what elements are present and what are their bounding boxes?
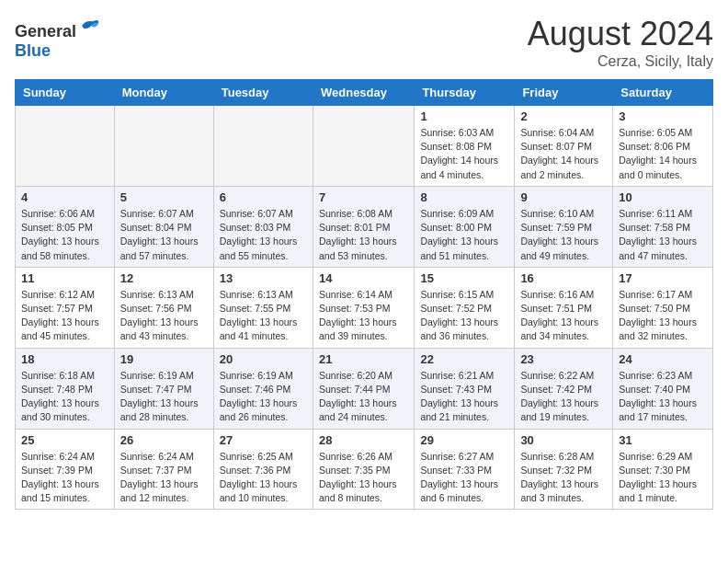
calendar-cell: 30Sunrise: 6:28 AMSunset: 7:32 PMDayligh… xyxy=(515,429,613,510)
cell-sun-info: Sunrise: 6:24 AMSunset: 7:39 PMDaylight:… xyxy=(21,450,108,506)
cell-sun-info: Sunrise: 6:28 AMSunset: 7:32 PMDaylight:… xyxy=(520,450,607,506)
calendar-cell: 4Sunrise: 6:06 AMSunset: 8:05 PMDaylight… xyxy=(16,186,115,267)
calendar-cell xyxy=(213,106,313,187)
day-number: 12 xyxy=(120,271,208,285)
weekday-header: Monday xyxy=(114,80,213,106)
day-number: 19 xyxy=(120,352,208,366)
weekday-header: Thursday xyxy=(415,80,515,106)
calendar-cell: 3Sunrise: 6:05 AMSunset: 8:06 PMDaylight… xyxy=(613,106,713,187)
cell-sun-info: Sunrise: 6:14 AMSunset: 7:53 PMDaylight:… xyxy=(319,288,408,344)
logo-bird-icon xyxy=(78,15,100,37)
day-number: 6 xyxy=(220,190,307,204)
calendar-cell: 24Sunrise: 6:23 AMSunset: 7:40 PMDayligh… xyxy=(613,348,713,429)
calendar-cell: 25Sunrise: 6:24 AMSunset: 7:39 PMDayligh… xyxy=(16,429,115,510)
calendar-week-row: 18Sunrise: 6:18 AMSunset: 7:48 PMDayligh… xyxy=(16,348,713,429)
cell-sun-info: Sunrise: 6:12 AMSunset: 7:57 PMDaylight:… xyxy=(21,288,108,344)
calendar-week-row: 11Sunrise: 6:12 AMSunset: 7:57 PMDayligh… xyxy=(16,267,713,348)
calendar-cell: 14Sunrise: 6:14 AMSunset: 7:53 PMDayligh… xyxy=(313,267,414,348)
day-number: 10 xyxy=(619,190,707,204)
calendar-table: SundayMondayTuesdayWednesdayThursdayFrid… xyxy=(15,79,713,510)
calendar-cell: 18Sunrise: 6:18 AMSunset: 7:48 PMDayligh… xyxy=(16,348,115,429)
calendar-cell: 17Sunrise: 6:17 AMSunset: 7:50 PMDayligh… xyxy=(613,267,713,348)
cell-sun-info: Sunrise: 6:27 AMSunset: 7:33 PMDaylight:… xyxy=(420,450,508,506)
calendar-cell: 20Sunrise: 6:19 AMSunset: 7:46 PMDayligh… xyxy=(213,348,313,429)
cell-sun-info: Sunrise: 6:15 AMSunset: 7:52 PMDaylight:… xyxy=(420,288,508,344)
cell-sun-info: Sunrise: 6:08 AMSunset: 8:01 PMDaylight:… xyxy=(319,207,408,263)
calendar-cell: 27Sunrise: 6:25 AMSunset: 7:36 PMDayligh… xyxy=(213,429,313,510)
day-number: 15 xyxy=(420,271,508,285)
logo-blue: Blue xyxy=(15,41,51,60)
cell-sun-info: Sunrise: 6:03 AMSunset: 8:08 PMDaylight:… xyxy=(420,126,508,182)
day-number: 25 xyxy=(21,433,108,447)
weekday-header: Wednesday xyxy=(313,80,414,106)
weekday-header: Friday xyxy=(515,80,613,106)
calendar-cell: 2Sunrise: 6:04 AMSunset: 8:07 PMDaylight… xyxy=(515,106,613,187)
calendar-header-row: SundayMondayTuesdayWednesdayThursdayFrid… xyxy=(16,80,713,106)
day-number: 3 xyxy=(619,109,707,123)
day-number: 1 xyxy=(420,109,508,123)
day-number: 9 xyxy=(520,190,607,204)
month-year-title: August 2024 xyxy=(528,15,713,53)
day-number: 4 xyxy=(21,190,108,204)
cell-sun-info: Sunrise: 6:07 AMSunset: 8:03 PMDaylight:… xyxy=(220,207,307,263)
logo: General Blue xyxy=(15,15,100,61)
logo-general: General xyxy=(15,22,76,40)
calendar-cell: 22Sunrise: 6:21 AMSunset: 7:43 PMDayligh… xyxy=(415,348,515,429)
cell-sun-info: Sunrise: 6:17 AMSunset: 7:50 PMDaylight:… xyxy=(619,288,707,344)
cell-sun-info: Sunrise: 6:13 AMSunset: 7:55 PMDaylight:… xyxy=(220,288,307,344)
day-number: 21 xyxy=(319,352,408,366)
cell-sun-info: Sunrise: 6:20 AMSunset: 7:44 PMDaylight:… xyxy=(319,369,408,425)
cell-sun-info: Sunrise: 6:24 AMSunset: 7:37 PMDaylight:… xyxy=(120,450,208,506)
calendar-cell: 23Sunrise: 6:22 AMSunset: 7:42 PMDayligh… xyxy=(515,348,613,429)
cell-sun-info: Sunrise: 6:04 AMSunset: 8:07 PMDaylight:… xyxy=(520,126,607,182)
cell-sun-info: Sunrise: 6:22 AMSunset: 7:42 PMDaylight:… xyxy=(520,369,607,425)
calendar-week-row: 4Sunrise: 6:06 AMSunset: 8:05 PMDaylight… xyxy=(16,186,713,267)
cell-sun-info: Sunrise: 6:11 AMSunset: 7:58 PMDaylight:… xyxy=(619,207,707,263)
weekday-header: Saturday xyxy=(613,80,713,106)
calendar-cell: 8Sunrise: 6:09 AMSunset: 8:00 PMDaylight… xyxy=(415,186,515,267)
cell-sun-info: Sunrise: 6:19 AMSunset: 7:46 PMDaylight:… xyxy=(220,369,307,425)
calendar-cell xyxy=(313,106,414,187)
day-number: 28 xyxy=(319,433,408,447)
weekday-header: Sunday xyxy=(16,80,115,106)
calendar-cell: 12Sunrise: 6:13 AMSunset: 7:56 PMDayligh… xyxy=(114,267,213,348)
day-number: 23 xyxy=(520,352,607,366)
calendar-cell xyxy=(16,106,115,187)
cell-sun-info: Sunrise: 6:19 AMSunset: 7:47 PMDaylight:… xyxy=(120,369,208,425)
day-number: 18 xyxy=(21,352,108,366)
calendar-cell: 15Sunrise: 6:15 AMSunset: 7:52 PMDayligh… xyxy=(415,267,515,348)
day-number: 20 xyxy=(220,352,307,366)
calendar-week-row: 25Sunrise: 6:24 AMSunset: 7:39 PMDayligh… xyxy=(16,429,713,510)
title-section: August 2024 Cerza, Sicily, Italy xyxy=(528,15,713,70)
location-subtitle: Cerza, Sicily, Italy xyxy=(528,53,713,70)
calendar-cell: 16Sunrise: 6:16 AMSunset: 7:51 PMDayligh… xyxy=(515,267,613,348)
day-number: 13 xyxy=(220,271,307,285)
calendar-week-row: 1Sunrise: 6:03 AMSunset: 8:08 PMDaylight… xyxy=(16,106,713,187)
logo-text: General Blue xyxy=(15,15,100,61)
calendar-cell: 28Sunrise: 6:26 AMSunset: 7:35 PMDayligh… xyxy=(313,429,414,510)
day-number: 16 xyxy=(520,271,607,285)
day-number: 22 xyxy=(420,352,508,366)
day-number: 30 xyxy=(520,433,607,447)
weekday-header: Tuesday xyxy=(213,80,313,106)
calendar-cell: 11Sunrise: 6:12 AMSunset: 7:57 PMDayligh… xyxy=(16,267,115,348)
cell-sun-info: Sunrise: 6:09 AMSunset: 8:00 PMDaylight:… xyxy=(420,207,508,263)
calendar-cell: 29Sunrise: 6:27 AMSunset: 7:33 PMDayligh… xyxy=(415,429,515,510)
calendar-cell: 19Sunrise: 6:19 AMSunset: 7:47 PMDayligh… xyxy=(114,348,213,429)
calendar-cell: 13Sunrise: 6:13 AMSunset: 7:55 PMDayligh… xyxy=(213,267,313,348)
day-number: 7 xyxy=(319,190,408,204)
calendar-cell xyxy=(114,106,213,187)
calendar-cell: 9Sunrise: 6:10 AMSunset: 7:59 PMDaylight… xyxy=(515,186,613,267)
cell-sun-info: Sunrise: 6:10 AMSunset: 7:59 PMDaylight:… xyxy=(520,207,607,263)
day-number: 31 xyxy=(619,433,707,447)
cell-sun-info: Sunrise: 6:25 AMSunset: 7:36 PMDaylight:… xyxy=(220,450,307,506)
cell-sun-info: Sunrise: 6:23 AMSunset: 7:40 PMDaylight:… xyxy=(619,369,707,425)
calendar-cell: 21Sunrise: 6:20 AMSunset: 7:44 PMDayligh… xyxy=(313,348,414,429)
day-number: 8 xyxy=(420,190,508,204)
page-header: General Blue August 2024 Cerza, Sicily, … xyxy=(15,15,713,70)
cell-sun-info: Sunrise: 6:29 AMSunset: 7:30 PMDaylight:… xyxy=(619,450,707,506)
cell-sun-info: Sunrise: 6:21 AMSunset: 7:43 PMDaylight:… xyxy=(420,369,508,425)
day-number: 5 xyxy=(120,190,208,204)
day-number: 24 xyxy=(619,352,707,366)
cell-sun-info: Sunrise: 6:05 AMSunset: 8:06 PMDaylight:… xyxy=(619,126,707,182)
